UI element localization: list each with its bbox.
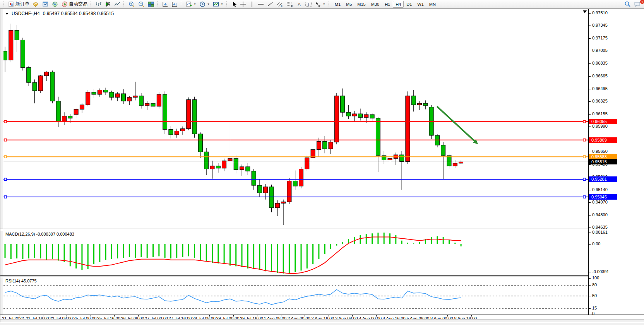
candle-bearish: [27, 68, 31, 83]
candle-bearish: [293, 181, 297, 186]
macd-histogram-bar: [454, 243, 456, 244]
candle-bearish: [21, 40, 25, 67]
candle-bearish: [411, 96, 416, 105]
text-label-button[interactable]: T: [303, 0, 313, 8]
autotrading-button[interactable]: 自动交易: [60, 0, 89, 8]
line-anchor-handle[interactable]: [583, 120, 586, 123]
line-anchor-handle[interactable]: [4, 156, 7, 158]
timeframe-m5-button[interactable]: M5: [343, 1, 355, 8]
cursor-button[interactable]: [230, 0, 238, 8]
toolbar-grip[interactable]: [123, 1, 125, 7]
new-chart-button[interactable]: [31, 0, 41, 8]
indicators-button[interactable]: ▼: [184, 0, 198, 8]
horizontal-line-button[interactable]: [256, 0, 265, 8]
chart-dropdown-icon[interactable]: [5, 13, 9, 15]
candle-bearish: [370, 115, 374, 118]
chart-shift-button[interactable]: [170, 0, 179, 8]
timeframe-m1-button[interactable]: M1: [332, 1, 343, 8]
candle-bullish: [317, 141, 321, 149]
toolbar-grip[interactable]: [226, 1, 228, 7]
timeframe-h1-button[interactable]: H1: [382, 1, 393, 8]
macd-pane[interactable]: [3, 230, 588, 276]
macd-histogram-bar: [289, 244, 290, 273]
zoom-in-button[interactable]: [127, 0, 137, 8]
toolbar-grip[interactable]: [329, 1, 331, 7]
timeframe-m15-button[interactable]: M15: [355, 1, 368, 8]
toolbar-grip[interactable]: [181, 1, 183, 7]
trendline-icon: [267, 1, 273, 7]
toolbar-grip[interactable]: [157, 1, 159, 7]
macd-histogram-bar: [135, 244, 136, 258]
periods-button[interactable]: ▼: [198, 0, 211, 8]
crosshair-button[interactable]: [238, 0, 248, 8]
arrow-objects-icon: [315, 1, 321, 7]
candle-bearish: [151, 103, 155, 106]
timeframe-mn-button[interactable]: MN: [426, 1, 438, 8]
zoom-out-button[interactable]: [137, 0, 146, 8]
axis-tick-mark: [589, 38, 591, 39]
annotation-arrow[interactable]: [437, 106, 476, 143]
candle-bullish: [275, 203, 279, 208]
notification-badge[interactable]: 1: [640, 0, 644, 4]
fibonacci-button[interactable]: F: [285, 0, 295, 8]
price-tick-label: 0.97175: [592, 36, 608, 40]
vertical-line-button[interactable]: [248, 0, 256, 8]
macd-histogram-bar: [212, 244, 213, 263]
candle-bullish: [9, 30, 13, 60]
candle-bearish: [56, 101, 60, 122]
candle-bearish: [423, 103, 428, 106]
bar-chart-button[interactable]: [94, 0, 103, 8]
candle-bullish: [115, 94, 120, 98]
new-order-button[interactable]: 新订单: [7, 0, 31, 8]
macd-signal-line: [5, 237, 461, 274]
arrow-objects-button[interactable]: ▼: [313, 0, 327, 8]
macd-histogram-bar: [64, 244, 65, 262]
candlestick-chart-button[interactable]: [103, 0, 113, 8]
macd-pane-separator[interactable]: [0, 229, 644, 230]
signals-button[interactable]: [50, 0, 60, 8]
axis-tick-mark: [589, 127, 591, 127]
auto-scroll-button[interactable]: [161, 0, 170, 8]
candle-bullish: [264, 187, 268, 193]
line-anchor-handle[interactable]: [583, 139, 586, 141]
trendline-button[interactable]: [265, 0, 275, 8]
toolbar-grip[interactable]: [91, 1, 92, 7]
timeframe-w1-button[interactable]: W1: [414, 1, 426, 8]
timeframe-h4-button[interactable]: H4: [393, 1, 404, 8]
axis-tick-mark: [589, 308, 591, 309]
templates-button[interactable]: ▼: [211, 0, 225, 8]
candle-bullish: [74, 109, 78, 115]
candle-bullish: [453, 163, 457, 166]
axis-tick-mark: [589, 244, 591, 245]
macd-histogram-bar: [10, 244, 12, 259]
line-anchor-handle[interactable]: [4, 178, 7, 180]
candle-bullish: [127, 98, 132, 101]
line-anchor-handle[interactable]: [583, 178, 586, 180]
line-anchor-handle[interactable]: [4, 196, 7, 198]
fibonacci-icon: F: [286, 1, 293, 7]
tile-windows-button[interactable]: [146, 0, 156, 8]
line-anchor-handle[interactable]: [583, 196, 586, 198]
chart-shift-marker[interactable]: [583, 10, 587, 13]
equidistant-channel-button[interactable]: E: [275, 0, 285, 8]
clock-icon: [199, 1, 206, 7]
search-button[interactable]: [623, 0, 632, 8]
rsi-tick-label: 15: [592, 306, 597, 310]
text-button[interactable]: A: [295, 0, 303, 8]
line-anchor-handle[interactable]: [4, 120, 7, 123]
line-chart-button[interactable]: [113, 0, 122, 8]
macd-histogram-bar: [117, 244, 118, 258]
timeframe-d1-button[interactable]: D1: [404, 1, 414, 8]
line-anchor-handle[interactable]: [583, 156, 586, 158]
main-chart-pane[interactable]: [3, 10, 588, 229]
price-axis[interactable]: 0.975100.973450.971750.970050.968350.966…: [589, 9, 644, 315]
macd-histogram-bar: [105, 244, 106, 260]
rsi-pane[interactable]: [3, 277, 588, 315]
timeframe-m30-button[interactable]: M30: [368, 1, 382, 8]
rsi-pane-separator[interactable]: [0, 275, 644, 277]
candle-bullish: [329, 142, 333, 149]
macd-histogram-bar: [200, 244, 201, 260]
profiles-button[interactable]: [41, 0, 50, 8]
toolbar-grip[interactable]: [3, 1, 5, 7]
line-anchor-handle[interactable]: [4, 139, 7, 141]
